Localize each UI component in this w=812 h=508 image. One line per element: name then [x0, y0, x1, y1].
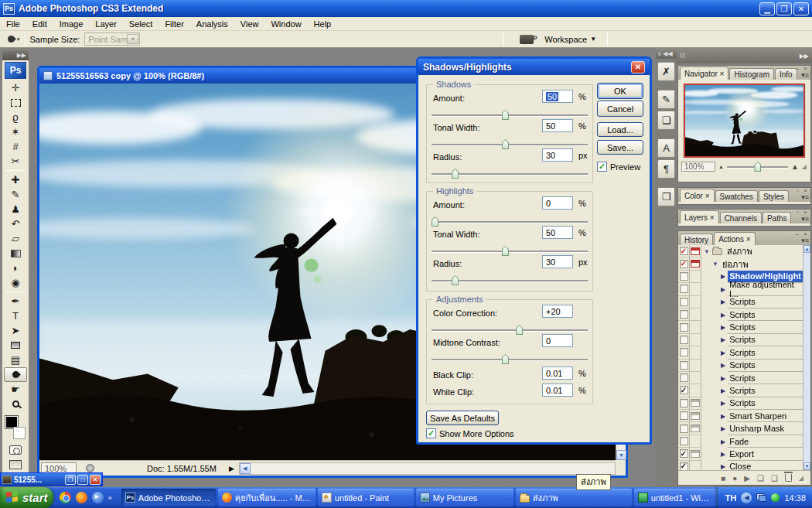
action-dialog-cell[interactable]	[690, 245, 701, 257]
action-check-icon[interactable]	[680, 348, 688, 356]
action-check-icon[interactable]	[680, 361, 688, 370]
navigator-proxy-view[interactable]	[684, 84, 805, 158]
rectangular-marquee-tool[interactable]	[4, 95, 27, 110]
expand-icon[interactable]: ▶	[721, 463, 725, 470]
action-dialog-icon[interactable]	[691, 424, 700, 432]
navigator-zoom-slider[interactable]	[727, 162, 788, 172]
action-content[interactable]: ▶Scripts	[701, 397, 803, 410]
action-content[interactable]: ▶Scripts	[701, 346, 803, 359]
action-toggle-cell[interactable]	[678, 422, 690, 435]
action-dialog-cell[interactable]	[690, 410, 701, 422]
panel-menu-icon[interactable]: ▾≡	[801, 71, 809, 79]
tab-actions-history[interactable]: History	[680, 234, 713, 245]
action-check-icon[interactable]: ✓	[680, 260, 688, 268]
action-content[interactable]: ▶Close	[701, 461, 803, 470]
network-icon[interactable]	[756, 493, 766, 502]
go-to-bridge-icon[interactable]	[520, 35, 534, 44]
highlights-radius-input[interactable]: 30	[542, 255, 573, 268]
screen-mode-button[interactable]	[9, 460, 22, 469]
action-dialog-cell[interactable]	[690, 257, 701, 270]
show-more-options-checkbox[interactable]: ✓ Show More Options	[426, 428, 514, 438]
slider-thumb[interactable]	[502, 354, 509, 364]
action-toggle-cell[interactable]: ✓	[678, 461, 690, 470]
minimized-document-window[interactable]: 51255... ❐ □ ✕	[0, 472, 103, 486]
menu-help[interactable]: Help	[308, 17, 338, 30]
color-correction-input[interactable]: +20	[542, 305, 573, 318]
action-check-icon[interactable]	[680, 285, 688, 293]
highlights-amount-input[interactable]: 0	[542, 196, 573, 210]
expand-icon[interactable]: ▶	[721, 451, 725, 458]
action-toggle-cell[interactable]	[678, 397, 690, 410]
action-dialog-cell[interactable]	[690, 360, 701, 372]
sample-size-dropdown[interactable]: Point Sample ▼	[84, 32, 140, 46]
preview-checkbox[interactable]: ✓ Preview	[597, 162, 640, 172]
action-dialog-icon[interactable]	[691, 399, 700, 407]
path-selection-tool[interactable]: ➤	[4, 323, 27, 338]
media-player-icon[interactable]	[92, 492, 104, 503]
expand-icon[interactable]: ▶	[721, 312, 725, 319]
tab-navigator-navigator[interactable]: Navigator ×	[680, 66, 728, 80]
save-as-defaults-button[interactable]: Save As Defaults	[426, 411, 499, 425]
action-check-icon[interactable]	[680, 424, 688, 433]
paragraph-panel-icon[interactable]: ¶	[657, 159, 675, 179]
action-dialog-cell[interactable]	[690, 448, 701, 460]
quick-mask-button[interactable]	[9, 445, 22, 455]
scroll-up-icon[interactable]: ▲	[803, 245, 810, 253]
language-indicator[interactable]: TH	[725, 493, 737, 503]
highlights-tonal-input[interactable]: 50	[542, 226, 573, 239]
midtone-contrast-input[interactable]: 0	[542, 334, 573, 347]
action-toggle-cell[interactable]	[678, 346, 690, 359]
action-row[interactable]: ✓▼ย่อภาพ	[678, 257, 803, 270]
action-row[interactable]: ✓▶Close	[678, 461, 803, 470]
zoom-tool[interactable]	[4, 397, 27, 411]
scroll-down-icon[interactable]: ▼	[616, 450, 626, 460]
spot-healing-brush-tool[interactable]: ✚	[4, 172, 27, 187]
action-check-icon[interactable]	[680, 437, 688, 445]
panel-menu-icon[interactable]: ▾≡	[801, 215, 809, 223]
action-content[interactable]: ▶Make adjustment l...	[701, 283, 803, 295]
action-toggle-cell[interactable]: ✓	[678, 448, 690, 460]
action-content[interactable]: ▶Unsharp Mask	[701, 422, 803, 435]
slice-tool[interactable]: ✂	[4, 154, 27, 169]
tab-color-styles[interactable]: Styles	[759, 190, 789, 202]
action-content[interactable]: ▶Export	[701, 448, 803, 460]
navigator-zoom-field[interactable]: 100%	[681, 162, 715, 172]
play-icon[interactable]: ▶	[744, 474, 750, 482]
lasso-tool[interactable]: ϱ	[4, 110, 27, 124]
clone-stamp-tool[interactable]: ♟	[4, 202, 27, 216]
menu-filter[interactable]: Filter	[159, 17, 189, 30]
expand-icon[interactable]: ▶	[721, 413, 725, 420]
action-content[interactable]: ▶Smart Sharpen	[701, 410, 803, 422]
action-toggle-cell[interactable]	[678, 271, 690, 283]
new-set-folder-icon[interactable]: ❏	[757, 474, 764, 482]
resize-grip[interactable]: ◢	[799, 475, 804, 482]
expand-icon[interactable]: ▶	[721, 273, 725, 280]
expand-icon[interactable]: ▶	[721, 298, 725, 305]
action-toggle-cell[interactable]	[678, 334, 690, 346]
menu-analysis[interactable]: Analysis	[190, 17, 234, 30]
close-button[interactable]: ✕	[90, 475, 101, 485]
tab-navigator-histogram[interactable]: Histogram	[729, 68, 774, 80]
magic-wand-tool[interactable]: ✶	[4, 124, 27, 139]
action-dialog-cell[interactable]	[690, 296, 701, 309]
tab-color-swatches[interactable]: Swatches	[715, 190, 758, 202]
action-content[interactable]: ▶Scripts	[701, 372, 803, 384]
action-check-icon[interactable]	[680, 399, 688, 407]
zoom-out-icon[interactable]: ▲	[718, 164, 724, 169]
eraser-tool[interactable]: ▱	[4, 231, 27, 246]
expand-icon[interactable]: ▶	[721, 336, 725, 343]
action-row[interactable]: ▶Scripts	[678, 321, 803, 333]
tool-presets-panel-icon[interactable]: ✗	[657, 62, 675, 81]
shadows-amount-input[interactable]: 50	[542, 90, 573, 103]
action-content[interactable]: ▶Scripts	[701, 309, 803, 321]
scroll-down-icon[interactable]: ▼	[803, 462, 810, 470]
actions-scrollbar[interactable]: ▲ ▼	[803, 245, 810, 470]
scroll-left-icon[interactable]: ◀	[240, 463, 251, 474]
chevron-left-icon[interactable]: ◀	[741, 493, 752, 503]
action-check-icon[interactable]: ✓	[680, 247, 688, 255]
taskbar-item-pictures[interactable]: My Pictures	[416, 489, 513, 506]
action-content[interactable]: ▶Fade	[701, 435, 803, 448]
dock-header[interactable]: ‖‖▶▶	[677, 48, 812, 63]
panel-menu-icon[interactable]: ▾≡	[801, 193, 809, 201]
menu-edit[interactable]: Edit	[26, 17, 53, 30]
